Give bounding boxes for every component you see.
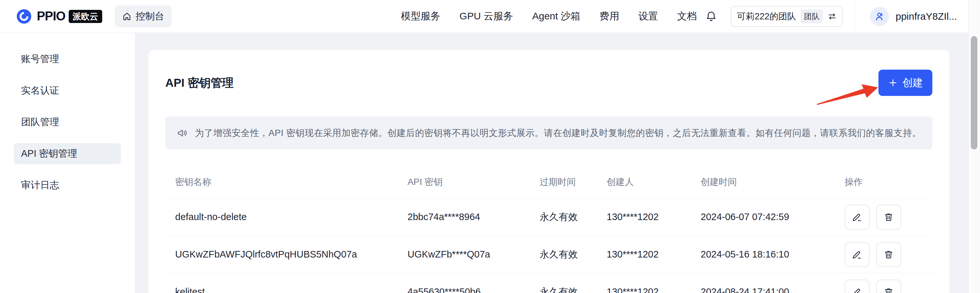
col-header-key-name: 密钥名称	[165, 176, 407, 188]
trash-icon	[883, 249, 894, 260]
switch-team-icon[interactable]	[827, 12, 837, 21]
notifications-bell-icon[interactable]	[705, 11, 717, 22]
window-scrollbar[interactable]	[968, 0, 980, 293]
team-name: 可莉222的团队	[737, 11, 796, 22]
col-header-creator: 创建人	[607, 176, 701, 188]
sidebar-item-team[interactable]: 团队管理	[14, 112, 121, 133]
api-key-card: API 密钥管理 创建 为了增强安全性，API 密钥现在采用加密存储。创建后的密…	[148, 50, 950, 293]
cell-expiry: 永久有效	[539, 248, 607, 261]
top-bar: PPIO 派欧云 控制台 模型服务 GPU 云服务 Agent 沙箱 费用 设置…	[0, 0, 980, 33]
announcement-icon	[177, 127, 188, 139]
home-icon	[122, 11, 132, 21]
card-header: API 密钥管理 创建	[165, 70, 932, 96]
page-title: API 密钥管理	[165, 75, 234, 91]
cell-api-key: 2bbc74a****8964	[407, 212, 539, 222]
sidebar-item-realname[interactable]: 实名认证	[14, 80, 121, 101]
col-header-created-at: 创建时间	[701, 176, 845, 188]
brand-name: PPIO	[37, 9, 65, 23]
cell-creator: 130****1202	[607, 287, 701, 293]
cell-created-at: 2024-05-16 18:16:10	[701, 249, 845, 260]
nav-settings[interactable]: 设置	[638, 10, 658, 23]
page-body: 账号管理 实名认证 团队管理 API 密钥管理 审计日志 API 密钥管理 创建	[0, 33, 980, 293]
cell-actions	[845, 280, 932, 293]
cell-expiry: 永久有效	[539, 285, 607, 293]
table-header-row: 密钥名称 API 密钥 过期时间 创建人 创建时间 操作	[165, 166, 932, 198]
nav-billing[interactable]: 费用	[600, 10, 619, 23]
delete-key-button[interactable]	[876, 204, 901, 230]
user-icon	[874, 11, 885, 22]
trash-icon	[883, 212, 894, 222]
edit-key-button[interactable]	[845, 280, 870, 293]
col-header-actions: 操作	[845, 176, 932, 188]
cell-key-name: kelitest	[165, 287, 407, 293]
main-area: API 密钥管理 创建 为了增强安全性，API 密钥现在采用加密存储。创建后的密…	[135, 33, 980, 293]
team-badge: 团队	[800, 10, 823, 23]
team-switcher[interactable]: 可莉222的团队 团队	[731, 6, 843, 27]
table-row: kelitest 4a55630****50b6 永久有效 130****120…	[165, 273, 932, 293]
cell-expiry: 永久有效	[539, 211, 607, 224]
brand-badge: 派欧云	[69, 10, 102, 23]
sidebar-item-account[interactable]: 账号管理	[14, 49, 121, 70]
cell-creator: 130****1202	[607, 212, 701, 222]
table-row: UGKwZFbAWFJQlrfc8vtPqHUBS5NhQ07a UGKwZFb…	[165, 236, 932, 273]
create-key-button[interactable]: 创建	[878, 70, 932, 96]
security-notice-banner: 为了增强安全性，API 密钥现在采用加密存储。创建后的密钥将不再以明文形式展示。…	[165, 116, 932, 149]
api-keys-table: 密钥名称 API 密钥 过期时间 创建人 创建时间 操作 default-no-…	[165, 166, 932, 293]
top-nav: 模型服务 GPU 云服务 Agent 沙箱 费用 设置 文档	[401, 10, 697, 23]
cell-key-name: UGKwZFbAWFJQlrfc8vtPqHUBS5NhQ07a	[165, 249, 407, 260]
ppio-logo-icon	[16, 9, 32, 24]
delete-key-button[interactable]	[876, 280, 901, 293]
col-header-expiry: 过期时间	[539, 176, 607, 188]
table-row: default-no-delete 2bbc74a****8964 永久有效 1…	[165, 198, 932, 236]
cell-actions	[845, 242, 932, 267]
cell-api-key: 4a55630****50b6	[407, 287, 539, 293]
create-key-label: 创建	[902, 76, 923, 90]
cell-api-key: UGKwZFb****Q07a	[407, 249, 539, 260]
console-label: 控制台	[136, 10, 164, 23]
user-menu[interactable]: ppinfraY8ZIl...	[870, 7, 957, 26]
security-notice-text: 为了增强安全性，API 密钥现在采用加密存储。创建后的密钥将不再以明文形式展示。…	[195, 127, 921, 139]
pencil-icon	[852, 287, 862, 293]
avatar	[870, 7, 889, 26]
console-button[interactable]: 控制台	[115, 6, 172, 27]
brand-logo[interactable]: PPIO 派欧云	[16, 9, 102, 24]
sidebar: 账号管理 实名认证 团队管理 API 密钥管理 审计日志	[0, 33, 135, 293]
nav-gpu-cloud[interactable]: GPU 云服务	[460, 10, 513, 23]
delete-key-button[interactable]	[876, 242, 901, 267]
cell-creator: 130****1202	[607, 249, 701, 260]
nav-agent-sandbox[interactable]: Agent 沙箱	[532, 10, 581, 23]
pencil-icon	[852, 212, 862, 222]
edit-key-button[interactable]	[845, 204, 870, 230]
cell-key-name: default-no-delete	[165, 212, 407, 222]
plus-icon	[888, 78, 898, 88]
pencil-icon	[852, 249, 862, 260]
edit-key-button[interactable]	[845, 242, 870, 267]
nav-model-service[interactable]: 模型服务	[401, 10, 441, 23]
trash-icon	[883, 287, 894, 293]
cell-created-at: 2024-08-24 17:41:00	[701, 287, 845, 293]
sidebar-item-api-keys[interactable]: API 密钥管理	[14, 143, 121, 164]
scrollbar-thumb[interactable]	[971, 36, 977, 149]
col-header-api-key: API 密钥	[407, 176, 539, 188]
cell-created-at: 2024-06-07 07:42:59	[701, 212, 845, 222]
nav-docs[interactable]: 文档	[677, 10, 697, 23]
cell-actions	[845, 204, 932, 230]
sidebar-item-audit-log[interactable]: 审计日志	[14, 175, 121, 196]
user-name: ppinfraY8ZIl...	[896, 11, 957, 22]
topbar-divider	[856, 0, 856, 33]
